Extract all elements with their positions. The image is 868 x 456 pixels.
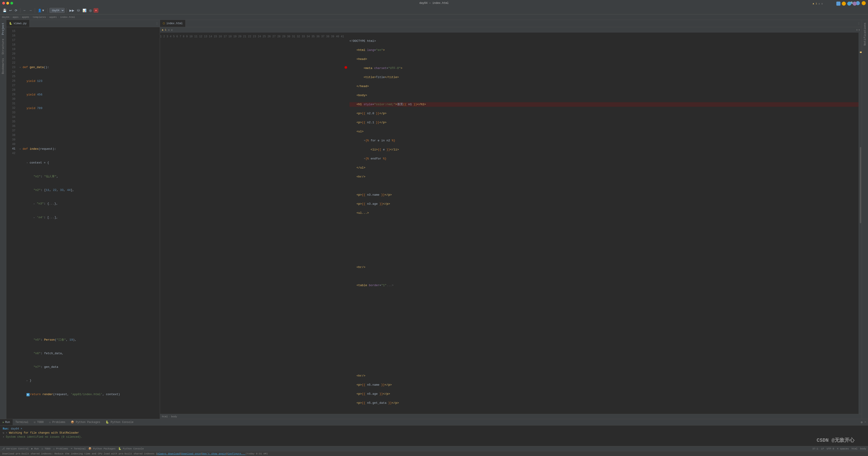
code-line-21 xyxy=(20,120,160,124)
bookmark-button[interactable]: ◎ xyxy=(88,8,93,13)
user-settings-button[interactable]: 👤▼ xyxy=(37,8,46,13)
html-line-40: <p>{{ n5.age }}</p> xyxy=(349,392,859,396)
warning-triangle-icon: ▲ 1 xyxy=(162,28,166,31)
html-line-9: <p>{{ n2.0 }}</p> xyxy=(349,111,859,116)
notification-bar: Download pre-built shared indexes: Reduc… xyxy=(0,451,868,456)
forward-button[interactable]: → xyxy=(28,8,33,13)
views-py-editor[interactable]: 15 16 17 18 19 20 21 22 23 24 25 26 27 2… xyxy=(6,27,160,419)
scroll-up-icon[interactable]: ∧ xyxy=(856,28,858,31)
fold-icon-28[interactable]: ▸ xyxy=(33,216,37,220)
problems-status-icon[interactable]: ⚠ Problems xyxy=(53,447,68,450)
python-file-icon: 🐍 xyxy=(9,22,12,25)
views-py-tab[interactable]: 🐍 views.py xyxy=(6,20,30,27)
stop-button[interactable]: ■ xyxy=(94,8,98,13)
version-control-icon[interactable]: ⎇ Version Control xyxy=(2,447,29,450)
html-line-19: <p>{{ n3.age }}</p> xyxy=(349,202,859,206)
rln-26: 26 xyxy=(268,35,271,38)
right-panel-menu[interactable]: ⋮ xyxy=(856,20,862,27)
code-line-24: ▾context = { xyxy=(20,161,160,165)
terminal-status-icon[interactable]: ⌨ Terminal xyxy=(71,447,86,450)
run-config-dropdown[interactable]: day04 xyxy=(50,8,65,13)
run-status-icon[interactable]: ▶ Run xyxy=(31,447,39,450)
problems-tab[interactable]: ⚠ Problems xyxy=(46,419,68,425)
debug-run-button[interactable]: ▶▶ xyxy=(68,8,75,13)
fold-icon-17[interactable]: ▾ xyxy=(20,65,23,70)
save-button[interactable]: 💾 xyxy=(2,8,7,13)
maximize-button[interactable] xyxy=(10,2,13,4)
python-console-status-icon[interactable]: 🐍 Python Console xyxy=(118,447,144,450)
sync-button[interactable]: ⟳ xyxy=(14,8,18,13)
breadcrumb-templates[interactable]: templates xyxy=(33,16,46,19)
code-line-34 xyxy=(20,297,160,302)
minimize-button[interactable] xyxy=(6,2,9,4)
configure-link[interactable]: Configure... xyxy=(228,452,246,455)
rln-13: 13 xyxy=(204,35,207,38)
run-dot-icon: • xyxy=(3,436,4,438)
run-config-name: day04 × xyxy=(11,427,22,430)
python-packages-status-icon[interactable]: 📦 Python Packages xyxy=(88,447,116,450)
rln-5: 5 xyxy=(173,35,175,38)
code-line-26: "n2": [11, 22, 33, 44], xyxy=(20,188,160,193)
dont-show-again-link[interactable]: Don't show again xyxy=(202,452,226,455)
debug-coverage-button[interactable]: ⛁ xyxy=(76,8,81,13)
html-line-29 xyxy=(349,292,859,297)
download-once-link[interactable]: Download once xyxy=(181,452,201,455)
run-output: Run: day04 × ↻ ↑ Watching for file chang… xyxy=(0,425,868,446)
breadcrumb-index-html[interactable]: index.html xyxy=(60,16,75,19)
structure-icon[interactable]: Structure xyxy=(0,38,6,55)
scroll-down-icon[interactable]: ∨ xyxy=(859,28,860,31)
always-download-link[interactable]: Always download xyxy=(158,452,180,455)
project-icon[interactable]: Project xyxy=(0,22,6,36)
bookmarks-icon[interactable]: Bookmarks xyxy=(0,57,6,75)
html-line-7: <body> xyxy=(349,93,859,98)
close-button[interactable] xyxy=(2,2,5,4)
back-button[interactable]: ← xyxy=(22,8,27,13)
fold-icon-40[interactable]: ▸ xyxy=(26,379,30,383)
html-line-10: <p>{{ n2.1 }}</p> xyxy=(349,120,859,125)
views-py-code[interactable]: ▾def gen_data(): yield 123 yield 456 yie… xyxy=(18,27,160,419)
rln-3: 3 xyxy=(166,35,168,38)
rln-17: 17 xyxy=(223,35,227,38)
fold-icon-27[interactable]: ▸ xyxy=(33,202,37,206)
run-tab[interactable]: ▶ Run xyxy=(0,419,13,425)
html-line-17 xyxy=(349,184,859,188)
profile-button[interactable]: 📊 xyxy=(82,8,87,13)
rln-18: 18 xyxy=(228,35,232,38)
terminal-tab[interactable]: Terminal xyxy=(13,419,31,425)
index-html-code[interactable]: <!DOCTYPE html> <html lang="en"> <head> … xyxy=(348,33,859,414)
left-panel-menu[interactable]: ⋮ xyxy=(154,20,160,27)
right-warning-gutter xyxy=(859,33,862,414)
ln-24: 24 xyxy=(6,70,18,74)
code-line-40: ▸} xyxy=(20,378,160,383)
fold-icon-24[interactable]: ▾ xyxy=(26,161,30,165)
todo-tab[interactable]: ☑ TODO xyxy=(31,419,46,425)
breadcrumb-app01[interactable]: app01 xyxy=(22,16,29,19)
code-line-22 xyxy=(20,133,160,138)
run-label: Run: xyxy=(3,427,9,430)
breadcrumb-apps[interactable]: apps xyxy=(13,16,19,19)
python-packages-tab[interactable]: 📦 Python Packages xyxy=(68,419,103,425)
breadcrumb-arrow: › xyxy=(168,415,170,418)
minimize-panel-icon[interactable]: − xyxy=(864,421,866,424)
index-html-editor[interactable]: 1 2 3 4 5 6 7 8 9 10 11 12 13 14 15 16 1 xyxy=(160,33,862,414)
rln-7: 7 xyxy=(180,35,181,38)
breakpoint-line-8[interactable] xyxy=(344,66,347,69)
code-line-33 xyxy=(20,283,160,288)
python-console-tab[interactable]: 🐍 Python Console xyxy=(103,419,136,425)
notifications-side-icon[interactable]: Notifications xyxy=(862,22,868,46)
main-area: 🐍 views.py ⋮ 15 16 17 18 19 20 21 22 23 … xyxy=(6,20,862,419)
todo-status-icon[interactable]: ☑ TODO xyxy=(41,447,51,450)
notif-sep-3: ‖ xyxy=(226,452,228,455)
index-html-line-numbers: 1 2 3 4 5 6 7 8 9 10 11 12 13 14 15 16 1 xyxy=(160,33,344,414)
fold-icon-23[interactable]: ▾ xyxy=(20,147,23,151)
revert-button[interactable]: ↩ xyxy=(8,8,13,13)
breadcrumb-app01-2[interactable]: app01 xyxy=(49,16,57,19)
settings-icon[interactable]: ⚙ xyxy=(861,421,863,424)
notifications-icon[interactable] xyxy=(862,1,866,5)
scroll-indicator[interactable] xyxy=(860,147,861,223)
breadcrumb-day04[interactable]: day04 xyxy=(2,16,9,19)
rln-29: 29 xyxy=(282,35,285,38)
index-html-tab[interactable]: ⬡ index.html xyxy=(160,20,186,27)
left-panel: 🐍 views.py ⋮ 15 16 17 18 19 20 21 22 23 … xyxy=(6,20,160,419)
rln-2: 2 xyxy=(163,35,165,38)
